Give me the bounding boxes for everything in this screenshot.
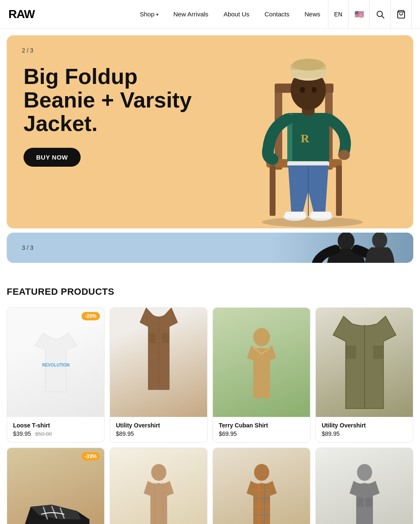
product-image-wrap xyxy=(213,308,310,417)
product-image: REVOLUTION xyxy=(7,308,104,417)
product-card[interactable]: Flannel Shirt $59.95 xyxy=(213,448,310,524)
hero-section: 2 / 3 Big Foldup Beanie + Varsity Jacket… xyxy=(0,29,420,263)
featured-section: FEATURED PRODUCTS REVOLUTION -20% Loose … xyxy=(0,270,420,524)
product-image xyxy=(213,448,310,524)
svg-text:R: R xyxy=(301,132,310,145)
product-price: $39.95 $50.00 xyxy=(13,430,98,437)
buy-now-button[interactable]: BUY NOW xyxy=(24,148,81,167)
svg-rect-7 xyxy=(270,165,276,216)
svg-point-36 xyxy=(253,328,270,346)
svg-point-27 xyxy=(312,87,317,93)
nav-shop[interactable]: Shop ▾ xyxy=(132,0,166,29)
header-actions: EN 🇺🇸 xyxy=(328,0,412,29)
product-card[interactable]: Terry Cuban Shirt $69.95 xyxy=(213,307,310,443)
shirt-illustration xyxy=(140,308,178,392)
product-card[interactable]: Beige Overshirt $79.95 xyxy=(110,448,207,524)
hero-slide-main: 2 / 3 Big Foldup Beanie + Varsity Jacket… xyxy=(7,35,413,228)
search-icon xyxy=(375,10,385,19)
flannel-icon xyxy=(245,461,278,524)
product-name: Utility Overshirt xyxy=(322,422,407,429)
product-price: $69.95 xyxy=(219,430,304,437)
product-card[interactable]: REVOLUTION -20% Loose T-shirt $39.95 $50… xyxy=(7,307,105,443)
product-image xyxy=(110,308,207,417)
product-name: Loose T-shirt xyxy=(13,422,98,429)
language-selector[interactable]: EN xyxy=(328,0,349,29)
svg-rect-19 xyxy=(310,212,331,218)
product-info: Terry Cuban Shirt $69.95 xyxy=(213,417,310,442)
hero-slide-preview[interactable]: 3 / 3 xyxy=(7,233,413,263)
hero-person-illustration: R xyxy=(195,35,413,228)
product-card[interactable]: Utility Overshirt $89.95 xyxy=(315,307,413,443)
product-price: $89.95 xyxy=(322,430,407,437)
slide-image: R xyxy=(195,35,413,228)
product-image xyxy=(316,448,413,524)
featured-title: FEATURED PRODUCTS xyxy=(7,286,413,297)
product-image xyxy=(316,308,413,417)
preview-counter: 3 / 3 xyxy=(22,244,33,251)
svg-rect-38 xyxy=(346,346,356,359)
cart-icon xyxy=(396,10,406,19)
svg-rect-34 xyxy=(148,333,156,343)
flag-icon: 🇺🇸 xyxy=(354,10,364,19)
svg-point-44 xyxy=(254,464,269,481)
svg-text:REVOLUTION: REVOLUTION xyxy=(42,363,70,367)
svg-rect-18 xyxy=(285,212,306,218)
main-nav: Shop ▾ New Arrivals About Us Contacts Ne… xyxy=(132,0,328,29)
product-info: Utility Overshirt $89.95 xyxy=(110,417,207,442)
product-image xyxy=(110,448,207,524)
slide-title: Big Foldup Beanie + Varsity Jacket. xyxy=(24,65,200,135)
svg-rect-52 xyxy=(357,498,364,507)
overshirt-flat-icon xyxy=(331,312,398,413)
svg-rect-53 xyxy=(365,498,372,507)
product-image-wrap xyxy=(316,308,413,417)
flag-button[interactable]: 🇺🇸 xyxy=(349,0,370,29)
product-image-wrap xyxy=(316,448,413,524)
preview-image xyxy=(270,233,413,263)
product-price: $89.95 xyxy=(116,430,201,437)
svg-point-25 xyxy=(292,59,324,71)
preview-person-icon xyxy=(270,233,413,263)
svg-line-1 xyxy=(382,16,384,18)
grey-overshirt-icon xyxy=(348,461,381,524)
nav-new-arrivals[interactable]: New Arrivals xyxy=(166,0,216,29)
product-image-wrap xyxy=(110,448,207,524)
nav-news[interactable]: News xyxy=(297,0,328,29)
product-image-wrap xyxy=(110,308,207,417)
svg-rect-39 xyxy=(373,346,383,359)
beige-shirt-icon xyxy=(142,461,176,524)
nav-contacts[interactable]: Contacts xyxy=(257,0,297,29)
product-image-wrap: -33% xyxy=(7,448,104,524)
svg-point-26 xyxy=(300,87,305,93)
nav-about-us[interactable]: About Us xyxy=(216,0,257,29)
svg-point-41 xyxy=(151,464,166,481)
shoes-icon xyxy=(18,486,94,524)
product-info: Utility Overshirt $89.95 xyxy=(316,417,413,442)
search-button[interactable] xyxy=(370,0,391,29)
discount-badge: -33% xyxy=(81,452,100,461)
svg-point-51 xyxy=(357,464,372,481)
product-image xyxy=(213,308,310,417)
tshirt-icon: REVOLUTION xyxy=(35,325,77,400)
products-grid: REVOLUTION -20% Loose T-shirt $39.95 $50… xyxy=(7,307,413,524)
cart-button[interactable] xyxy=(391,0,412,29)
chevron-down-icon: ▾ xyxy=(156,12,158,17)
product-image-wrap xyxy=(213,448,310,524)
product-card[interactable]: Grey Overshirt $89.95 xyxy=(315,448,413,524)
svg-rect-8 xyxy=(336,165,342,216)
product-image-wrap: REVOLUTION -20% xyxy=(7,308,104,417)
svg-point-13 xyxy=(338,150,350,160)
svg-point-30 xyxy=(338,233,354,250)
header: RAW Shop ▾ New Arrivals About Us Contact… xyxy=(0,0,420,29)
product-name: Terry Cuban Shirt xyxy=(219,422,304,429)
product-card[interactable]: Utility Overshirt $89.95 xyxy=(110,307,207,443)
discount-badge: -20% xyxy=(81,312,100,320)
svg-rect-35 xyxy=(162,333,169,343)
logo[interactable]: RAW xyxy=(8,8,34,21)
person-shirt-icon xyxy=(245,325,278,400)
product-card[interactable]: -33% Vans Sneakers $65.00 $97.00 xyxy=(7,448,105,524)
lang-label: EN xyxy=(334,11,342,18)
slide-content: Big Foldup Beanie + Varsity Jacket. BUY … xyxy=(24,48,200,167)
product-name: Utility Overshirt xyxy=(116,422,201,429)
product-info: Loose T-shirt $39.95 $50.00 xyxy=(7,417,104,442)
